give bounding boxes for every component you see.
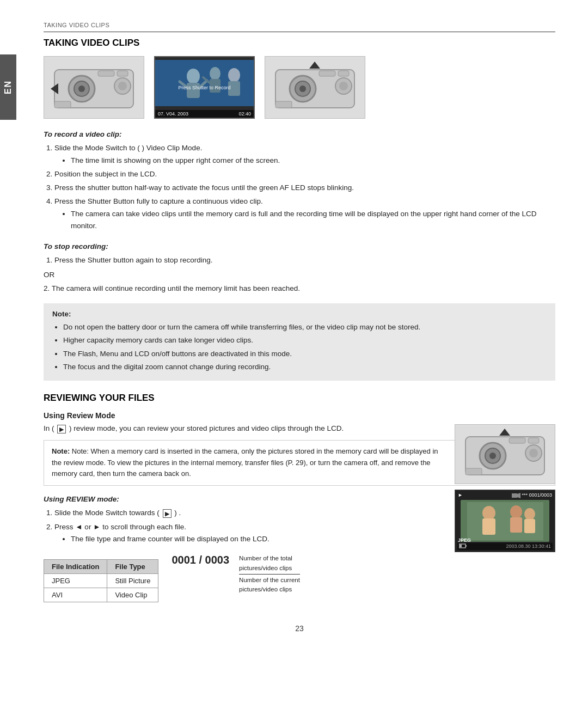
review-lcd-top-icons: *** 0001/0003	[512, 492, 552, 499]
lcd-date: 07. V04. 2003	[158, 111, 188, 117]
col-file-type: File Type	[107, 560, 158, 574]
images-row: 28 SEC Press Shutter to Record 07. V04. …	[44, 56, 555, 119]
page-number: 23	[44, 624, 555, 633]
breadcrumb: TAKING VIDEO CLIPS	[44, 22, 555, 28]
lcd-time: 02:40	[238, 111, 251, 117]
note-box: Note: Do not open the battery door or tu…	[44, 303, 555, 381]
svg-point-43	[482, 506, 495, 520]
review-camera-svg	[457, 426, 553, 483]
svg-marker-28	[309, 62, 320, 69]
svg-rect-40	[512, 493, 517, 498]
review-lcd-battery-icon	[459, 543, 467, 549]
review-images: ► *** 0001/0003	[455, 424, 555, 552]
review-lcd-play-icon: ►	[458, 492, 463, 499]
svg-rect-51	[460, 545, 462, 547]
review-lcd-top-bar: ► *** 0001/0003	[455, 492, 555, 499]
svg-marker-41	[517, 493, 520, 498]
record-bullet-2: The camera can take video clips until th…	[71, 208, 555, 233]
table-counter-row: File Indication File Type JPEG Still Pic…	[44, 554, 555, 608]
note-item-1: Do not open the battery door or turn the…	[63, 321, 547, 333]
side-tab: EN	[0, 54, 16, 120]
col-file-indication: File Indication	[44, 560, 107, 574]
camera-svg-left	[46, 59, 142, 116]
svg-rect-5	[117, 71, 128, 76]
review-lcd-date: 2003.08.30 13:30:41	[506, 543, 551, 549]
table-row-avi: AVI Video Clip	[44, 588, 158, 602]
section-divider	[44, 32, 555, 32]
stop-step-1: Press the Shutter button again to stop r…	[54, 254, 555, 266]
review-icon-inline: ▶	[163, 509, 171, 518]
review-mode-icon-inline: ▶	[57, 425, 66, 433]
section1-title: TAKING VIDEO CLIPS	[44, 38, 555, 48]
svg-point-47	[524, 508, 535, 520]
review-section: ► *** 0001/0003	[44, 424, 555, 608]
cell-avi: AVI	[44, 588, 107, 602]
note-item-4: The focus and the digital zoom cannot ch…	[63, 361, 547, 373]
svg-rect-4	[98, 71, 114, 76]
file-table: File Indication File Type JPEG Still Pic…	[44, 559, 158, 602]
side-tab-label: EN	[3, 80, 13, 94]
record-step-4: Press the Shutter Button fully to captur…	[54, 196, 555, 232]
lcd-record-text: Press Shutter to Record	[178, 85, 230, 90]
cell-jpeg: JPEG	[44, 574, 107, 588]
using-review-subheading: Using Review Mode	[44, 411, 555, 420]
review-camera-image	[455, 424, 555, 484]
record-step-3: Press the shutter button half-way to act…	[54, 182, 555, 194]
svg-rect-9	[54, 101, 71, 108]
svg-point-27	[339, 82, 348, 90]
svg-rect-50	[465, 545, 467, 547]
review-lcd-filetype: JPEG	[458, 537, 471, 543]
svg-rect-39	[465, 468, 482, 475]
lcd-bottom-bar: 07. V04. 2003 02:40	[155, 110, 254, 118]
stop-heading: To stop recording:	[44, 241, 555, 253]
svg-rect-29	[275, 101, 292, 108]
table-header-row: File Indication File Type	[44, 560, 158, 574]
counter-labels: Number of the total pictures/video clips…	[239, 554, 300, 594]
table-row-jpeg: JPEG Still Picture	[44, 574, 158, 588]
review-lcd-image: ► *** 0001/0003	[455, 490, 555, 552]
svg-rect-25	[338, 71, 349, 76]
svg-point-23	[299, 85, 306, 92]
inline-note-text: Note: When a memory card is inserted in …	[52, 447, 438, 478]
counter-current-line: Number of the current pictures/video cli…	[239, 576, 300, 595]
review-lcd-person	[461, 500, 549, 542]
record-step-1: Slide the Mode Switch to ( ) Video Clip …	[54, 142, 555, 167]
camera-image-right	[265, 56, 365, 119]
note-item-2: Higher capacity memory cards can take lo…	[63, 334, 547, 346]
stop-instructions: To stop recording: Press the Shutter but…	[44, 241, 555, 295]
record-heading: To record a video clip:	[44, 129, 555, 140]
camera-image-left	[44, 56, 144, 119]
review-lcd-bottom-bar: 2003.08.30 13:30:41	[457, 543, 553, 550]
svg-rect-46	[510, 517, 522, 533]
review-person-svg	[467, 502, 543, 540]
stop-or: OR	[44, 269, 555, 281]
svg-point-13	[210, 67, 220, 80]
svg-point-33	[489, 453, 496, 459]
camera-svg-right	[267, 59, 363, 116]
record-instructions: To record a video clip: Slide the Mode S…	[44, 129, 555, 232]
cell-video-clip: Video Clip	[107, 588, 158, 602]
svg-point-3	[78, 85, 85, 92]
camera-image-center: 28 SEC Press Shutter to Record 07. V04. …	[154, 56, 255, 119]
video-mode-icon	[512, 492, 520, 499]
svg-point-37	[529, 449, 538, 457]
svg-rect-48	[524, 519, 535, 533]
note-item-3: The Flash, Menu and LCD on/off buttons a…	[63, 348, 547, 360]
svg-point-45	[510, 505, 522, 518]
counter-total-label: Number of the total pictures/video clips	[239, 554, 292, 573]
svg-point-11	[187, 69, 200, 84]
stop-steps-list: Press the Shutter button again to stop r…	[54, 254, 555, 266]
counter-total-line: Number of the total pictures/video clips	[239, 554, 300, 575]
note-title: Note:	[52, 310, 547, 318]
note-list: Do not open the battery door or turn the…	[63, 321, 547, 373]
stop-step2: 2. The camera will continue recording un…	[44, 283, 555, 295]
svg-rect-44	[482, 518, 495, 535]
battery-icon	[459, 543, 467, 548]
cell-still-picture: Still Picture	[107, 574, 158, 588]
svg-point-7	[118, 82, 127, 90]
record-steps-list: Slide the Mode Switch to ( ) Video Clip …	[54, 142, 555, 232]
section2-title: REVIEWING YOUR FILES	[44, 393, 555, 404]
counter-current-label: Number of the current pictures/video cli…	[239, 576, 300, 595]
file-counter: 0001 / 0003	[171, 554, 229, 566]
svg-rect-35	[528, 438, 539, 443]
